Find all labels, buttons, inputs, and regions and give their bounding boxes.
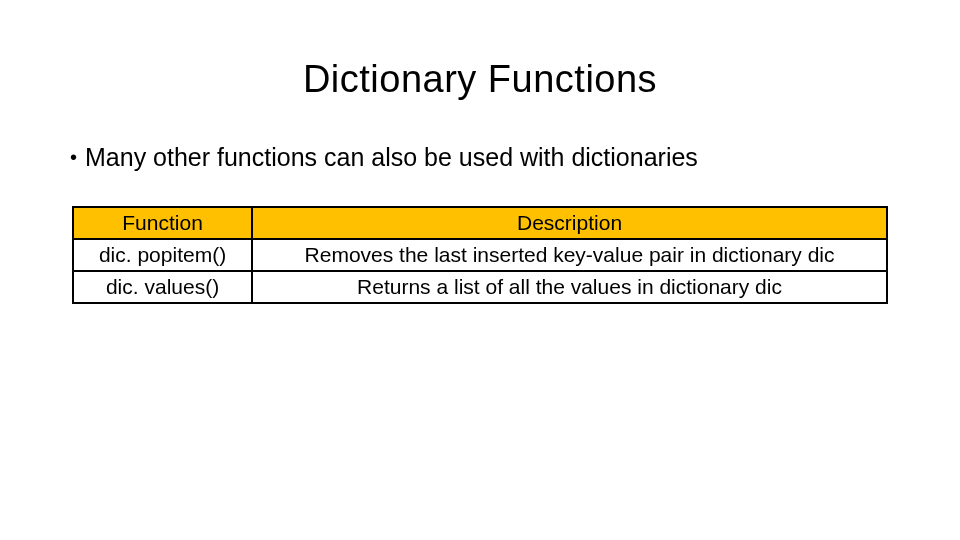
slide-title: Dictionary Functions xyxy=(0,58,960,101)
slide: Dictionary Functions • Many other functi… xyxy=(0,58,960,540)
table-cell-function: dic. values() xyxy=(73,271,252,303)
table-header-description: Description xyxy=(252,207,887,239)
table-cell-function: dic. popitem() xyxy=(73,239,252,271)
bullet-icon: • xyxy=(70,147,77,167)
bullet-item: • Many other functions can also be used … xyxy=(70,143,960,172)
table-row: dic. popitem() Removes the last inserted… xyxy=(73,239,887,271)
functions-table-container: Function Description dic. popitem() Remo… xyxy=(72,206,888,304)
table-cell-description: Removes the last inserted key-value pair… xyxy=(252,239,887,271)
table-header-function: Function xyxy=(73,207,252,239)
functions-table: Function Description dic. popitem() Remo… xyxy=(72,206,888,304)
table-row: dic. values() Returns a list of all the … xyxy=(73,271,887,303)
bullet-text: Many other functions can also be used wi… xyxy=(85,143,698,172)
table-cell-description: Returns a list of all the values in dict… xyxy=(252,271,887,303)
table-header-row: Function Description xyxy=(73,207,887,239)
